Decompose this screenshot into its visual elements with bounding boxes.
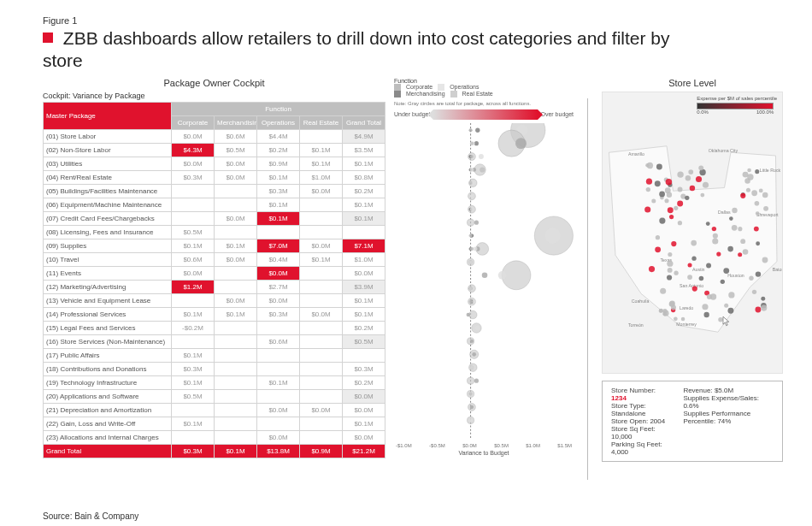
cell[interactable] [300,129,343,143]
cell[interactable] [300,417,343,430]
cell[interactable]: $0.1M [172,307,215,321]
col-real-estate[interactable]: Real Estate [300,115,343,129]
grand-total-row[interactable]: Grand Total$0.3M$0.1M$13.8M$0.9M$21.2M [44,444,385,458]
map-store-dot[interactable] [655,180,661,186]
map-store-dot[interactable] [678,186,683,192]
map-store-dot[interactable] [688,169,693,174]
cell[interactable] [300,334,343,348]
cell[interactable]: $0.6M [257,334,300,348]
map-store-dot[interactable] [685,195,689,199]
map-store-dot[interactable] [659,191,665,197]
cell[interactable]: $0.3M [343,362,385,375]
table-row[interactable]: (21) Depreciation and Amortization$0.0M$… [44,403,385,417]
bubble-func[interactable] [475,127,480,132]
map-store-dot[interactable] [674,205,678,210]
bubble-chart[interactable] [394,123,574,440]
map-store-dot[interactable] [761,304,767,310]
map-store-dot[interactable] [668,252,672,257]
cell[interactable]: $0.1M [343,307,385,321]
cell[interactable] [215,334,257,348]
cell[interactable]: $0.0M [172,129,215,143]
cell[interactable]: $3.5M [343,143,385,157]
bubble-func[interactable] [472,352,476,356]
bubble-func[interactable] [474,246,478,251]
cell[interactable]: $0.0M [300,184,343,198]
cell[interactable]: $0.6M [215,129,257,143]
cell[interactable] [215,430,257,444]
cell[interactable]: $0.1M [172,239,215,252]
cell[interactable]: $0.2M [343,321,385,334]
map-store-dot[interactable] [728,307,734,313]
cell[interactable] [300,266,343,280]
cell[interactable]: $0.6M [172,252,215,266]
table-row[interactable]: (10) Travel$0.6M$0.0M$0.4M$0.1M$1.0M [44,252,385,266]
map-store-dot[interactable] [751,190,757,196]
table-row[interactable]: (16) Store Services (Non-Maintenance)$0.… [44,334,385,348]
cell[interactable] [300,321,343,334]
map-store-dot[interactable] [740,192,745,198]
map-store-dot[interactable] [743,249,749,255]
bubble-func[interactable] [470,194,474,198]
cell[interactable]: $0.9M [257,157,300,170]
cell[interactable]: $0.0M [300,403,343,417]
cell[interactable]: $0.3M [257,184,300,198]
cell[interactable] [343,348,385,362]
bubble-func[interactable] [474,378,479,382]
cell[interactable] [257,417,300,430]
cell[interactable]: $4.9M [343,129,385,143]
cell[interactable]: $0.2M [343,375,385,389]
cell[interactable]: $0.5M [215,143,257,157]
cell[interactable] [300,430,343,444]
cell[interactable]: $0.1M [215,239,257,252]
bubble-func[interactable] [469,233,473,237]
map-store-dot[interactable] [761,296,765,300]
map-store-dot[interactable] [662,311,667,316]
table-row[interactable]: (22) Gain, Loss and Write-Off$0.1M$0.1M [44,417,385,430]
cell[interactable] [300,293,343,307]
cell[interactable]: $7.0M [257,239,300,252]
cell[interactable]: $3.9M [343,280,385,293]
bubble-func[interactable] [472,180,476,185]
cell[interactable] [257,362,300,375]
cell[interactable] [300,198,343,211]
bubble-func[interactable] [469,260,473,263]
map-store-dot[interactable] [752,289,756,293]
cell[interactable]: $0.0M [215,293,257,307]
bubble-func[interactable] [482,272,488,278]
map-store-dot[interactable] [723,268,729,274]
cell[interactable] [172,430,215,444]
bubble-func[interactable] [472,299,476,304]
cell[interactable]: $0.0M [257,293,300,307]
cell[interactable]: $2.7M [257,280,300,293]
cell[interactable]: $0.2M [257,143,300,157]
cell[interactable]: $0.0M [300,239,343,252]
map-store-dot[interactable] [674,270,678,275]
bubble-func[interactable] [469,180,473,184]
cell[interactable]: $0.2M [343,184,385,198]
map-store-dot[interactable] [647,162,653,168]
map-store-dot[interactable] [702,304,708,310]
table-row[interactable]: (15) Legal Fees and Services-$0.2M$0.2M [44,321,385,334]
map-store-dot[interactable] [763,205,768,210]
map-store-dot[interactable] [744,178,750,183]
cell[interactable]: $0.0M [343,389,385,403]
cell[interactable] [215,321,257,334]
cell[interactable]: $0.1M [257,375,300,389]
map-store-dot[interactable] [759,188,763,192]
cell[interactable] [215,280,257,293]
map-store-dot[interactable] [729,216,733,221]
table-row[interactable]: (09) Supplies$0.1M$0.1M$7.0M$0.0M$7.1M [44,239,385,252]
map-store-dot[interactable] [732,207,737,212]
bubble-func[interactable] [470,339,474,342]
map-store-dot[interactable] [651,198,656,203]
cell[interactable] [215,362,257,375]
bubble-func[interactable] [474,220,479,224]
map-store-dot[interactable] [743,171,749,177]
map-store-dot[interactable] [656,163,662,169]
table-row[interactable]: (19) Technology Infrastructure$0.1M$0.1M… [44,375,385,389]
bubble-func[interactable] [479,154,484,159]
cell[interactable]: $0.1M [343,198,385,211]
table-row[interactable]: (14) Professional Services$0.1M$0.1M$0.3… [44,307,385,321]
cell[interactable] [215,198,257,211]
map-store-dot[interactable] [756,306,762,312]
